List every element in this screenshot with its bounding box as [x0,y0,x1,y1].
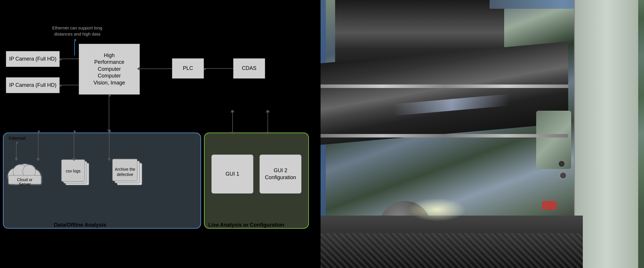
plc-cdas-arrow [204,68,233,69]
cdas-box: CDAS [233,58,265,79]
arrow-up-head-left [230,110,234,112]
arrow-up-head-right [266,110,269,112]
cam2-hpc-arrow [60,85,79,85]
machine-photo [321,0,644,268]
internet-label: Internet [9,135,26,141]
gui2-box: GUI 2 Configuration [259,154,302,194]
arrow-down-head-right [266,132,269,135]
to-archive-arrow [109,131,110,158]
archive-icon: Archive the defective [108,157,149,189]
svg-text:Cloud or: Cloud or [17,177,33,182]
svg-text:Server: Server [19,182,31,186]
grating-texture [321,233,583,268]
hpc-gui-arrow-left [232,111,233,133]
plc-box: PLC [172,58,204,79]
guide-rail-top [321,84,568,88]
ethernet-annotation: Ethernet can support long distances and … [45,25,109,37]
to-csv-arrow [74,131,74,158]
svg-text:Archive the: Archive the [115,167,135,172]
svg-text:csv logs: csv logs [66,169,81,173]
csv-logs-icon: csv logs [57,157,95,189]
light-source [408,198,466,221]
data-offline-label: Data/Offline Analysis [54,222,106,228]
camera2-box: IP Camera (Full HD) [6,77,60,93]
live-analysis-label: Live Analysis or Configuration [208,222,284,228]
cloud-icon: Cloud or Server [4,157,45,186]
ethernet-arrow [74,39,75,55]
hpc-plc-arrow [140,68,172,69]
guide-rail-bottom [321,134,568,137]
bolt-detail-1 [558,160,565,168]
hpc-box: High Performance Computer Computer Visio… [79,44,140,95]
svg-text:defective: defective [117,172,133,177]
frame-right [638,0,644,268]
internet-arrow [16,142,17,158]
right-frame [574,0,638,268]
camera1-box: IP Camera (Full HD) [6,51,60,67]
equipment-tag [542,201,557,210]
machine-arm [536,111,571,169]
diagram-panel: Ethernet can support long distances and … [0,0,321,268]
to-cloud-arrow [38,131,38,158]
hpc-gui-arrow-right [268,111,268,133]
gui1-box: GUI 1 [211,154,254,194]
bolt-detail-2 [559,172,567,179]
cam1-hpc-arrow [60,59,79,59]
arrow-down-head-left [230,132,234,135]
hpc-down-arrow [109,95,109,130]
